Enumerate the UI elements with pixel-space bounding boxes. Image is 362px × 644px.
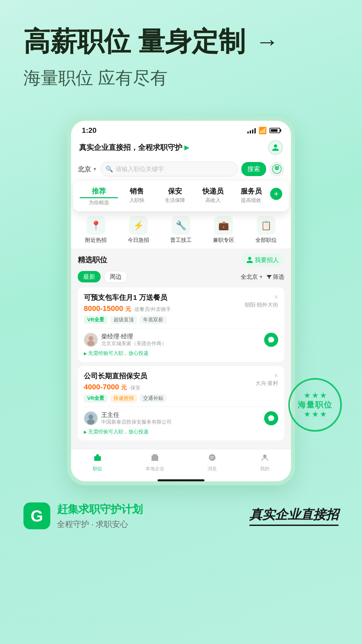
stamp-star-6: ★ (320, 410, 326, 418)
job-1-tags: VR全景 超级直顶 年底双薪 (84, 316, 278, 324)
stamp-text: 海量职位 (298, 399, 333, 410)
nav-messages-label: 消息 (207, 466, 217, 472)
nav-messages-icon (207, 453, 217, 465)
svg-point-7 (88, 336, 93, 341)
main-title-text: 高薪职位 量身定制 (23, 27, 245, 56)
signal-icon (247, 127, 256, 133)
filter-button[interactable]: 筛选 (266, 273, 284, 281)
bottom-nav: 职位 本地企业 消息 我的 (71, 449, 291, 477)
nav-company-label: 本地企业 (145, 466, 164, 472)
footer-brand: 赶集求职守护计划 (57, 502, 143, 517)
nav-jobs-icon (93, 453, 102, 465)
svg-rect-12 (94, 456, 101, 461)
job-1-tag-bonus: 年底双薪 (140, 316, 167, 324)
location-button[interactable]: 北京 ▼ (78, 165, 97, 174)
grid-item-urgent[interactable]: ⚡ 今日急招 (128, 216, 149, 244)
jobs-title: 精选职位 (78, 255, 107, 265)
grid-item-nearby[interactable]: 📍 附近热招 (85, 216, 107, 244)
location-chevron-icon: ▼ (93, 166, 97, 172)
status-icons: 📶 (247, 126, 280, 135)
job-2-title: 公司长期直招保安员 (84, 371, 147, 381)
footer-section: G 赶集求职守护计划 全程守护 · 求职安心 真实企业直接招 (0, 485, 362, 550)
job-2-tag-vr: VR全景 (84, 394, 108, 402)
nav-profile-label: 我的 (260, 466, 269, 472)
svg-point-2 (276, 168, 277, 169)
nav-item-messages[interactable]: 消息 (207, 453, 217, 472)
urgent-label: 今日急招 (128, 237, 149, 244)
svg-point-16 (209, 454, 216, 461)
job-1-no-exp: 无需经验可入职，放心投递 (84, 350, 278, 357)
phone-mockup: 1:20 📶 真实企业直接招，全程求职守护 ▶ (67, 117, 295, 485)
search-bar: 北京 ▼ 🔍 请输入职位关键字 搜索 (71, 159, 291, 181)
filter-tag-nearby[interactable]: 周边 (104, 271, 127, 283)
search-button[interactable]: 搜索 (241, 162, 266, 176)
app-header-text[interactable]: 真实企业直接招，全程求职守护 ▶ (79, 143, 189, 153)
tab-sales-label: 销售 (118, 186, 156, 196)
job-1-recruiter-avatar (84, 333, 98, 347)
category-tabs: 推荐 为你精选 销售 入职快 保安 生活保障 快递员 高收入 服务员 提高绩 (73, 181, 289, 211)
svg-point-3 (277, 168, 278, 169)
job-2-recruiter-avatar (84, 411, 98, 425)
footer-left: G 赶集求职守护计划 全程守护 · 求职安心 (23, 502, 143, 530)
header-arrow-icon[interactable]: → (255, 29, 279, 55)
job-1-tag-top: 超级直顶 (110, 316, 137, 324)
filter-tag-newest[interactable]: 最新 (78, 271, 101, 282)
mascot-button[interactable] (269, 162, 284, 176)
job-card-2[interactable]: 公司长期直招保安员 4000-7000 元 ·保安 × 大兴·黄村 VR全景 (78, 366, 284, 440)
footer-logo: G (23, 502, 50, 529)
tab-sales[interactable]: 销售 入职快 (118, 186, 156, 204)
nav-item-jobs[interactable]: 职位 (93, 453, 102, 472)
hire-button[interactable]: 我要招人 (241, 253, 284, 267)
job-2-close-icon[interactable]: × (274, 371, 278, 380)
tab-security-label: 保安 (156, 186, 194, 196)
job-card-1[interactable]: 可预支包车住月1 万送餐员 8000-15000 元 ·送餐员/外卖骑手 × 朝… (78, 287, 284, 362)
icon-grid: 📍 附近热招 ⚡ 今日急招 🔧 普工技工 💼 兼职专区 📋 全部职位 (71, 211, 291, 249)
job-1-recruiter-name: 柴经理·经理 (101, 332, 261, 340)
battery-icon (269, 128, 280, 133)
footer-text: 赶集求职守护计划 全程守护 · 求职安心 (57, 502, 143, 530)
tab-sales-sub: 入职快 (118, 197, 156, 204)
svg-point-10 (88, 415, 93, 419)
stamp-circle: ★ ★ ★ 海量职位 ★ ★ ★ (288, 378, 342, 432)
nav-profile-icon (260, 453, 269, 465)
tab-recommended[interactable]: 推荐 为你精选 (80, 186, 118, 206)
tab-waiter[interactable]: 服务员 提高绩效 (232, 186, 270, 204)
nav-item-company[interactable]: 本地企业 (145, 453, 164, 472)
nearby-icon: 📍 (86, 216, 105, 235)
tab-recommended-sub: 为你精选 (80, 200, 118, 206)
tab-courier[interactable]: 快递员 高收入 (194, 186, 232, 204)
nearby-label: 附近热招 (85, 237, 107, 244)
grid-item-alljobs[interactable]: 📋 全部职位 (255, 216, 277, 244)
job-2-chat-button[interactable] (264, 411, 278, 425)
search-icon: 🔍 (106, 165, 113, 173)
svg-point-11 (87, 419, 95, 425)
tab-security[interactable]: 保安 生活保障 (156, 186, 194, 204)
grid-item-worker[interactable]: 🔧 普工技工 (170, 216, 192, 244)
job-card-1-header: 可预支包车住月1 万送餐员 8000-15000 元 ·送餐员/外卖骑手 × 朝… (84, 293, 278, 313)
app-header: 真实企业直接招，全程求职守护 ▶ (71, 138, 291, 159)
header-avatar[interactable] (268, 140, 283, 155)
job-1-chat-button[interactable] (264, 333, 278, 347)
grid-item-parttime[interactable]: 💼 兼职专区 (213, 216, 234, 244)
job-1-close-icon[interactable]: × (274, 293, 278, 301)
job-1-location: 朝阳·朝外大街 (245, 302, 278, 309)
location-filter[interactable]: 全北京 ▼ (241, 273, 263, 281)
job-2-tag-fast: 快速抢招 (110, 394, 137, 402)
add-tab-button[interactable]: + (270, 188, 282, 200)
stamp-star-1: ★ (304, 391, 310, 399)
worker-label: 普工技工 (170, 237, 192, 244)
filter-row: 最新 周边 全北京 ▼ 筛选 (78, 271, 284, 283)
header-section: 高薪职位 量身定制 → 海量职位 应有尽有 (0, 0, 362, 103)
svg-rect-5 (278, 166, 279, 167)
jobs-section: 精选职位 我要招人 最新 周边 全北京 ▼ 筛选 (71, 249, 291, 449)
stamp-star-5: ★ (312, 410, 318, 418)
job-2-recruiter: 王主任 中国新泰启胜保安服务有限公司 (84, 411, 278, 425)
alljobs-icon: 📋 (257, 216, 276, 235)
nav-item-profile[interactable]: 我的 (260, 453, 269, 472)
app-header-arrow: ▶ (184, 144, 189, 151)
job-2-tag-transport: 交通补贴 (140, 394, 167, 402)
svg-rect-15 (154, 458, 156, 461)
search-placeholder: 请输入职位关键字 (116, 165, 164, 173)
job-1-recruiter-info: 柴经理·经理 北京京城美家（美团合作商） (101, 332, 261, 347)
search-input-box[interactable]: 🔍 请输入职位关键字 (101, 162, 238, 176)
